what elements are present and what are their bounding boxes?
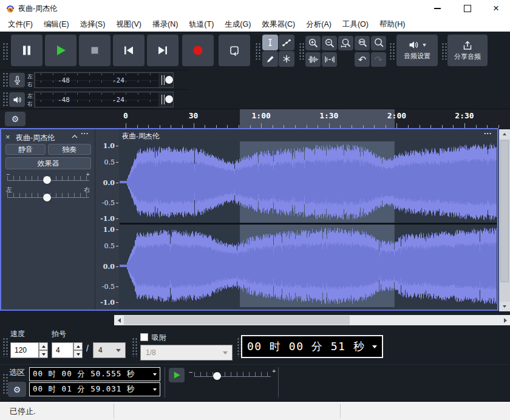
close-button[interactable]: × [482,0,510,17]
envelope-tool-button[interactable] [279,35,294,50]
audio-position-display[interactable]: 00 时 00 分 51 秒 [241,335,383,358]
menu-item-8[interactable]: 分析(A) [301,18,337,32]
maximize-button[interactable] [454,0,481,17]
timeline-options-button[interactable]: ⚙ [5,112,25,126]
trim-audio-button[interactable] [305,52,321,67]
vertical-scale-ruler[interactable]: 1.00.50.0-0.5-1.01.00.50.0-0.5-1.0 [96,129,119,310]
snap-value: 1/8 [146,348,156,357]
zoom-selection-button[interactable] [338,36,353,50]
scroll-down-button[interactable] [499,302,510,311]
menu-item-2[interactable]: 选择(S) [75,18,111,32]
horizontal-scrollbar-thumb[interactable] [124,316,350,325]
recording-meter[interactable]: -48 -24 [34,72,174,88]
zoom-in-button[interactable] [305,36,321,50]
timeline-ruler[interactable]: 0301:001:302:002:30 [27,109,510,129]
horizontal-scrollbar[interactable] [114,315,510,325]
skip-to-end-button[interactable] [147,35,178,66]
ruler-tick [261,123,262,128]
multi-tool-button[interactable] [279,51,294,67]
play-speed-slider-track[interactable] [194,372,271,377]
menu-item-1[interactable]: 编辑(E) [38,18,75,32]
time-format-dropdown-icon[interactable] [372,345,377,348]
playback-meter-grip[interactable] [2,92,8,107]
menu-item-5[interactable]: 轨道(T) [183,18,219,32]
timesig-upper-input[interactable]: 4 [52,342,73,358]
timesig-spin-up[interactable] [73,342,83,350]
menu-item-9[interactable]: 工具(O) [337,18,374,32]
pause-button[interactable] [11,35,42,66]
track-collapse-icon[interactable] [72,135,78,138]
recording-meter-grip[interactable] [2,72,8,88]
scale-tick [116,286,118,287]
undo-button[interactable]: ↶ [355,52,370,67]
scale-tick [116,266,118,267]
snap-dropdown[interactable]: 1/8 [140,345,233,361]
audio-setup-toolbar-grip[interactable] [389,42,395,59]
edit-toolbar-grip[interactable] [299,42,304,59]
draw-tool-button[interactable] [262,51,278,67]
gain-slider-knob[interactable] [43,176,51,184]
selection-end-field[interactable]: 00 时 01 分 59.031 秒 [29,382,160,396]
scroll-left-button[interactable] [114,315,124,325]
dropdown-icon[interactable] [153,388,157,391]
snap-checkbox[interactable] [140,333,148,341]
tempo-spin-up[interactable] [39,342,48,350]
play-at-speed-button[interactable] [169,368,185,382]
statusbar-divider [114,404,114,418]
selection-start-field[interactable]: 00 时 00 分 50.555 秒 [29,367,160,381]
selection-options-button[interactable]: ⚙ [8,382,26,397]
dropdown-icon[interactable] [153,373,157,376]
menu-item-10[interactable]: 帮助(H) [374,18,410,32]
playback-volume-knob[interactable] [165,95,173,103]
play-button[interactable] [45,35,76,66]
vertical-scrollbar-thumb[interactable] [500,140,509,282]
menu-item-0[interactable]: 文件(F) [2,18,38,32]
audio-setup-button[interactable]: 音频设置 [396,35,438,66]
menu-item-3[interactable]: 视图(V) [110,18,147,32]
snap-toolbar-grip[interactable] [132,337,137,357]
minimize-button[interactable] [423,0,451,17]
playback-meter[interactable]: -48 -24 [34,92,174,107]
tools-toolbar-grip[interactable] [255,42,260,59]
scroll-up-button[interactable] [499,129,510,139]
playback-meter-speaker-button[interactable] [9,92,25,107]
recording-volume-knob[interactable] [165,76,173,84]
menu-item-6[interactable]: 生成(G) [219,18,256,32]
redo-button[interactable]: ↷ [371,52,386,67]
track-title[interactable]: 夜曲-周杰伦 [16,133,55,143]
solo-button[interactable]: 独奏 [48,144,91,155]
tempo-input[interactable]: 120 [10,342,39,358]
track-menu-button[interactable]: ··· [81,129,89,138]
clip-menu-button[interactable]: ··· [484,129,492,138]
scroll-right-button[interactable] [500,315,510,325]
transport-toolbar-grip[interactable] [2,42,8,59]
timesig-spin-down[interactable] [73,350,83,358]
skip-to-start-button[interactable] [113,35,144,66]
tempo-toolbar-grip[interactable] [2,337,8,357]
fit-project-button[interactable] [355,36,370,50]
record-button[interactable] [182,35,214,66]
share-toolbar-grip[interactable] [441,42,447,59]
recording-meter-mic-button[interactable] [9,73,25,87]
waveform-canvas[interactable] [120,141,497,307]
menu-item-4[interactable]: 播录(N) [147,18,183,32]
loop-button[interactable] [219,35,250,66]
menu-item-7[interactable]: 效果器(C) [256,18,301,32]
selection-tool-button[interactable] [262,35,278,50]
zoom-toggle-button[interactable] [371,36,386,50]
zoom-out-button[interactable] [322,36,337,50]
track-close-button[interactable]: × [5,132,10,141]
play-speed-knob[interactable] [213,372,221,380]
share-audio-button[interactable]: 分享音频 [447,35,488,66]
silence-audio-button[interactable] [322,52,337,67]
selection-toolbar-grip[interactable] [2,373,8,395]
tempo-spin-down[interactable] [39,350,48,358]
stop-button[interactable] [79,35,110,66]
mute-button[interactable]: 静音 [5,144,46,155]
timesig-lower-dropdown[interactable]: 4 [93,342,126,358]
vertical-scrollbar[interactable] [499,129,510,311]
pan-slider-knob[interactable] [43,194,51,202]
effects-button[interactable]: 效果器 [5,157,91,169]
chevron-down-icon [223,351,228,354]
clip-header[interactable]: 夜曲-周杰伦 ··· [120,130,497,141]
